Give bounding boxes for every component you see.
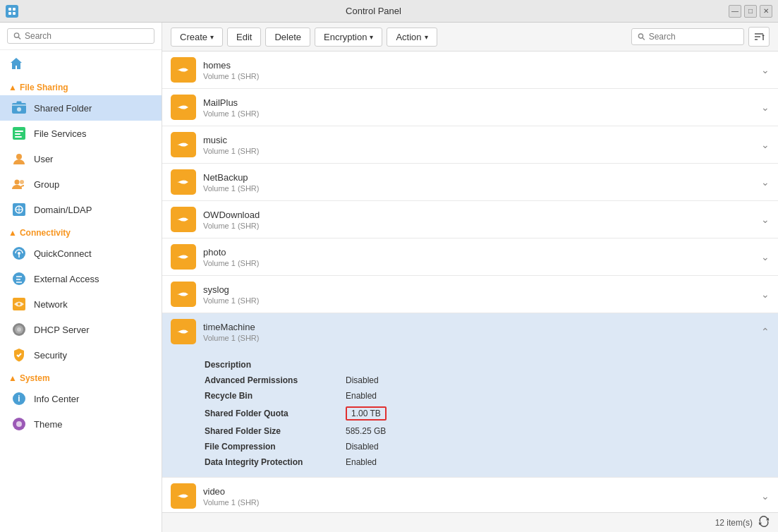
folder-info-timemachine: timeMachine Volume 1 (SHR) xyxy=(203,322,754,342)
network-icon xyxy=(11,296,27,312)
action-dropdown-arrow: ▾ xyxy=(425,33,428,41)
svg-point-4 xyxy=(14,33,18,37)
folder-icon-mailplus xyxy=(171,95,196,120)
minimize-button[interactable]: — xyxy=(729,5,741,18)
sidebar-item-theme[interactable]: Theme xyxy=(0,411,162,437)
sidebar-item-domain[interactable]: Domain/LDAP xyxy=(0,197,162,222)
sidebar-search-container xyxy=(0,23,162,50)
action-button[interactable]: Action ▾ xyxy=(387,28,437,47)
svg-line-33 xyxy=(643,38,645,40)
maximize-button[interactable]: □ xyxy=(744,5,757,18)
folder-name-netbackup: NetBackup xyxy=(203,172,754,183)
system-header[interactable]: ▲ System xyxy=(0,368,162,386)
refresh-button[interactable] xyxy=(758,516,770,529)
folder-header-owdownload[interactable]: OWDownload Volume 1 (SHR) ⌄ xyxy=(162,201,778,238)
shared-folder-icon xyxy=(11,100,27,116)
folder-name-syslog: syslog xyxy=(203,284,754,295)
sidebar-search-box[interactable] xyxy=(7,28,154,44)
svg-point-7 xyxy=(17,107,21,111)
detail-row-description: Description xyxy=(205,357,764,373)
folder-header-timemachine[interactable]: timeMachine Volume 1 (SHR) ⌃ xyxy=(162,313,778,350)
collapse-icon-file-sharing: ▲ xyxy=(8,83,17,92)
folder-icon-netbackup xyxy=(171,169,196,195)
share-icon xyxy=(176,63,191,77)
svg-point-12 xyxy=(16,154,22,159)
folder-info-video: video Volume 1 (SHR) xyxy=(203,486,754,507)
folder-name-photo: photo xyxy=(203,247,754,258)
sidebar-item-file-services[interactable]: File Services xyxy=(0,121,162,146)
folder-header-photo[interactable]: photo Volume 1 (SHR) ⌄ xyxy=(162,238,778,275)
toolbar-search-input[interactable] xyxy=(649,32,738,42)
folder-icon-homes xyxy=(171,57,196,83)
domain-icon xyxy=(11,202,27,217)
detail-value-quota: 1.00 TB xyxy=(346,406,387,421)
folder-header-syslog[interactable]: syslog Volume 1 (SHR) ⌄ xyxy=(162,276,778,313)
svg-rect-1 xyxy=(13,8,16,11)
folder-icon-video xyxy=(171,483,196,509)
toolbar-search-box[interactable] xyxy=(631,28,744,45)
sidebar-item-network[interactable]: Network xyxy=(0,291,162,317)
sidebar-item-external-access[interactable]: External Access xyxy=(0,266,162,291)
sidebar-search-input[interactable] xyxy=(25,31,148,41)
svg-rect-2 xyxy=(8,12,11,15)
detail-value-advanced-perms: Disabled xyxy=(346,375,379,385)
detail-label-integrity: Data Integrity Protection xyxy=(205,457,346,467)
folder-item-music: music Volume 1 (SHR) ⌄ xyxy=(162,126,778,164)
create-dropdown-arrow: ▾ xyxy=(210,33,214,41)
close-button[interactable]: ✕ xyxy=(760,5,772,18)
sidebar-item-group[interactable]: Group xyxy=(0,171,162,197)
sidebar-item-security[interactable]: Security xyxy=(0,342,162,368)
toolbar: Create ▾ Edit Delete Encryption ▾ Action… xyxy=(162,23,778,52)
titlebar: Control Panel — □ ✕ xyxy=(0,0,778,23)
folder-info-music: music Volume 1 (SHR) xyxy=(203,135,754,155)
sidebar-item-info-center[interactable]: i Info Center xyxy=(0,386,162,411)
folder-header-mailplus[interactable]: MailPlus Volume 1 (SHR) ⌄ xyxy=(162,89,778,126)
detail-label-recycle-bin: Recycle Bin xyxy=(205,391,346,401)
sidebar-item-shared-folder[interactable]: Shared Folder xyxy=(0,95,162,121)
sidebar-item-dhcp[interactable]: DHCP Server xyxy=(0,317,162,342)
folder-vol-video: Volume 1 (SHR) xyxy=(203,498,754,507)
connectivity-header[interactable]: ▲ Connectivity xyxy=(0,222,162,241)
chevron-owdownload: ⌄ xyxy=(761,214,770,225)
svg-point-14 xyxy=(20,180,24,184)
folder-vol-mailplus: Volume 1 (SHR) xyxy=(203,109,754,118)
edit-button[interactable]: Edit xyxy=(227,28,261,47)
folder-icon-music xyxy=(171,132,196,157)
external-access-icon xyxy=(11,271,27,286)
refresh-icon xyxy=(758,516,770,527)
file-sharing-header[interactable]: ▲ File Sharing xyxy=(0,77,162,95)
detail-label-compression: File Compression xyxy=(205,442,346,452)
svg-point-27 xyxy=(17,327,21,332)
folder-header-netbackup[interactable]: NetBackup Volume 1 (SHR) ⌄ xyxy=(162,164,778,200)
folder-header-video[interactable]: video Volume 1 (SHR) ⌄ xyxy=(162,478,778,512)
svg-text:i: i xyxy=(18,394,20,404)
folder-info-syslog: syslog Volume 1 (SHR) xyxy=(203,284,754,305)
detail-value-size: 585.25 GB xyxy=(346,426,386,436)
folder-item-video: video Volume 1 (SHR) ⌄ xyxy=(162,478,778,512)
sidebar-item-quickconnect[interactable]: QuickConnect xyxy=(0,241,162,266)
svg-point-31 xyxy=(16,421,22,427)
chevron-music: ⌄ xyxy=(761,139,770,150)
create-button[interactable]: Create ▾ xyxy=(171,28,223,47)
folder-info-netbackup: NetBackup Volume 1 (SHR) xyxy=(203,172,754,193)
window-controls: — □ ✕ xyxy=(729,5,772,18)
statusbar: 12 item(s) xyxy=(162,512,778,532)
svg-point-32 xyxy=(638,34,643,38)
folder-header-music[interactable]: music Volume 1 (SHR) ⌄ xyxy=(162,126,778,163)
folder-list: homes Volume 1 (SHR) ⌄ MailPlus Volume 1… xyxy=(162,52,778,512)
folder-header-homes[interactable]: homes Volume 1 (SHR) ⌄ xyxy=(162,52,778,88)
delete-button[interactable]: Delete xyxy=(265,28,310,47)
sidebar-item-user[interactable]: User xyxy=(0,146,162,171)
folder-name-video: video xyxy=(203,486,754,497)
home-button[interactable] xyxy=(0,50,162,77)
encryption-button[interactable]: Encryption ▾ xyxy=(315,28,382,47)
detail-label-advanced-perms: Advanced Permissions xyxy=(205,375,346,385)
folder-info-photo: photo Volume 1 (SHR) xyxy=(203,247,754,267)
file-services-icon xyxy=(11,126,27,141)
titlebar-left xyxy=(6,5,18,18)
svg-point-24 xyxy=(18,303,20,306)
sort-button[interactable] xyxy=(748,27,770,47)
detail-label-description: Description xyxy=(205,360,346,370)
detail-label-quota: Shared Folder Quota xyxy=(205,409,346,418)
item-count: 12 item(s) xyxy=(715,518,753,528)
